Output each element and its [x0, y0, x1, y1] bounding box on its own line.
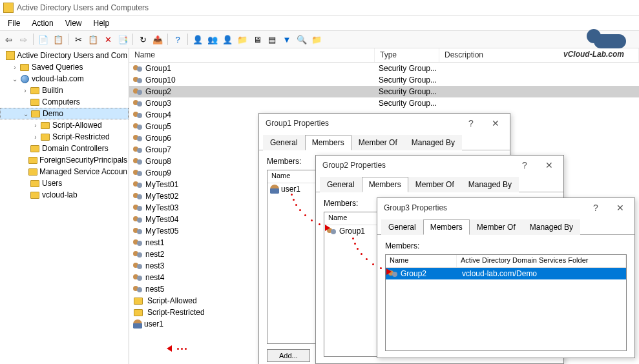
add-button[interactable]: Add... [267, 349, 310, 362]
row-name: MyTest01 [145, 180, 178, 189]
tree-script-allowed[interactable]: ›Script-Allowed [0, 119, 129, 131]
col-name[interactable]: Name [386, 255, 457, 267]
tree-users[interactable]: Users [0, 177, 129, 189]
tab-managedby[interactable]: Managed By [461, 177, 519, 192]
member-item[interactable]: Group2 vcloud-lab.com/Demo [386, 268, 626, 279]
cut-button[interactable]: ✂ [71, 32, 85, 46]
dialog-titlebar[interactable]: Group1 Properties ?✕ [259, 114, 510, 133]
close-button[interactable]: ✕ [484, 116, 507, 131]
members-listbox[interactable]: Name Active Directory Domain Services Fo… [385, 254, 627, 351]
copy-button[interactable]: 📋 [86, 32, 100, 46]
help-button[interactable]: ? [171, 32, 185, 46]
tree-root[interactable]: Active Directory Users and Com [0, 50, 129, 61]
col-type[interactable]: Type [375, 48, 439, 62]
tab-managedby[interactable]: Managed By [404, 135, 462, 150]
member-name: Group2 [401, 269, 460, 278]
tree-builtin[interactable]: ›Builtin [0, 85, 129, 96]
menu-view[interactable]: View [60, 17, 87, 29]
toolbar: ⇦ ⇨ 📄 📋 ✂ 📋 ✕ 📑 ↻ 📤 ? 👤 👥 👤 📁 🖥 ▤ ▼ 🔍 📁 [0, 30, 639, 48]
query-button[interactable]: 🔍 [295, 32, 309, 46]
tree-domain[interactable]: ⌄vcloud-lab.com [0, 73, 129, 85]
col-folder[interactable]: Active Directory Domain Services Folder [457, 255, 626, 267]
menu-action[interactable]: Action [26, 17, 58, 29]
row-type: Security Group... [375, 99, 439, 108]
new-contact-button[interactable]: 🖥 [250, 32, 264, 46]
forward-button[interactable]: ⇨ [16, 32, 30, 46]
row-name: nest1 [145, 238, 164, 247]
new-user-button[interactable]: 👤 [191, 32, 205, 46]
dialog-titlebar[interactable]: Group2 Properties ?✕ [316, 156, 563, 175]
export-button[interactable]: 📤 [151, 32, 165, 46]
row-name: nest5 [145, 285, 164, 294]
row-name: MyTest05 [145, 227, 178, 236]
close-button[interactable]: ✕ [609, 200, 632, 216]
new-ou-button[interactable]: 👤 [220, 32, 235, 46]
list-row[interactable]: Group1Security Group... [129, 63, 639, 74]
filter-button[interactable]: ▼ [280, 32, 294, 46]
list-row[interactable]: Group10Security Group... [129, 74, 639, 86]
tree-vcloud-lab[interactable]: vcloud-lab [0, 189, 129, 201]
help-button[interactable]: ? [584, 200, 607, 216]
new-group-button[interactable]: 👥 [205, 32, 220, 46]
group-icon [133, 238, 143, 247]
find-button[interactable]: ▤ [265, 32, 279, 46]
help-button[interactable]: ? [513, 157, 536, 173]
dialog-title: Group1 Properties [266, 119, 329, 128]
tree-demo[interactable]: ⌄Demo [0, 108, 129, 119]
tree-label: Domain Controllers [42, 144, 109, 153]
back-button[interactable]: ⇦ [1, 32, 16, 46]
tree-domain-controllers[interactable]: Domain Controllers [0, 143, 129, 154]
tab-members[interactable]: Members [305, 135, 351, 150]
tree-saved-queries[interactable]: ›Saved Queries [0, 61, 129, 73]
menubar: File Action View Help [0, 16, 639, 30]
dialog-titlebar[interactable]: Group3 Properties ?✕ [377, 198, 634, 217]
group-icon [133, 227, 143, 236]
group-icon [133, 64, 143, 73]
tree-label: Script-Allowed [52, 121, 102, 130]
tree-pane[interactable]: Active Directory Users and Com ›Saved Qu… [0, 48, 129, 364]
col-name[interactable]: Name [129, 48, 375, 62]
tab-general[interactable]: General [381, 219, 423, 235]
help-button[interactable]: ? [459, 116, 483, 131]
dialog-title: Group2 Properties [322, 161, 386, 170]
group-icon [133, 122, 143, 131]
new-computer-button[interactable]: 📁 [235, 32, 249, 46]
col-desc[interactable]: Description [439, 48, 639, 62]
list-row[interactable]: Group3Security Group... [129, 97, 639, 109]
properties-button[interactable]: 📋 [51, 32, 65, 46]
close-button[interactable]: ✕ [538, 157, 561, 173]
row-name: MyTest03 [145, 203, 178, 212]
group-icon [133, 99, 143, 108]
row-name: nest2 [145, 250, 164, 259]
tab-members[interactable]: Members [423, 219, 470, 235]
row-name: nest3 [145, 261, 164, 270]
tree-msa[interactable]: Managed Service Accoun [0, 166, 129, 177]
row-name: Group4 [145, 110, 171, 119]
tab-general[interactable]: General [320, 177, 362, 192]
tab-general[interactable]: General [263, 135, 305, 150]
group-icon [133, 168, 143, 177]
tabs: General Members Member Of Managed By [316, 176, 563, 192]
row-name: nest4 [145, 273, 164, 282]
group-icon [133, 215, 143, 224]
list-row[interactable]: Group2Security Group... [129, 86, 639, 97]
saved-button[interactable]: 📁 [309, 32, 324, 46]
tab-managedby[interactable]: Managed By [523, 219, 580, 235]
tab-memberof[interactable]: Member Of [408, 177, 461, 192]
menu-help[interactable]: Help [89, 17, 115, 29]
props-button[interactable]: 📑 [116, 32, 130, 46]
refresh-button[interactable]: ↻ [136, 32, 150, 46]
tree-computers[interactable]: Computers [0, 96, 129, 108]
member-name: user1 [281, 185, 300, 194]
delete-button[interactable]: ✕ [101, 32, 115, 46]
up-button[interactable]: 📄 [36, 32, 50, 46]
folder-icon [133, 296, 143, 305]
tree-script-restricted[interactable]: ›Script-Restricted [0, 131, 129, 143]
group3-properties-dialog[interactable]: Group3 Properties ?✕ General Members Mem… [377, 197, 635, 358]
menu-file[interactable]: File [3, 17, 25, 29]
tab-memberof[interactable]: Member Of [470, 219, 523, 235]
tab-memberof[interactable]: Member Of [351, 135, 404, 150]
tab-members[interactable]: Members [362, 177, 408, 192]
row-name: Group6 [145, 134, 171, 143]
tree-fsp[interactable]: ForeignSecurityPrincipals [0, 154, 129, 166]
